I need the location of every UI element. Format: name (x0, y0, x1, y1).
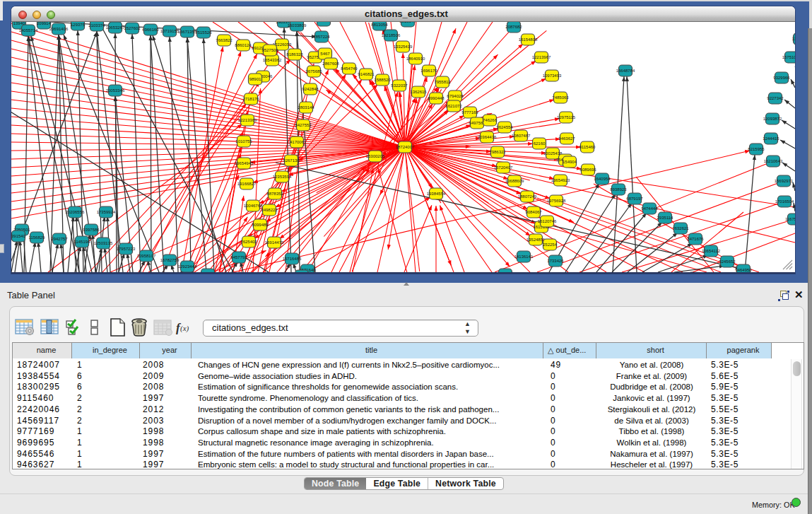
svg-text:6089695: 6089695 (579, 168, 596, 172)
svg-text:98901: 98901 (249, 77, 261, 81)
svg-text:10807487: 10807487 (512, 134, 531, 138)
svg-text:16154808: 16154808 (519, 37, 538, 42)
svg-text:13325419: 13325419 (394, 45, 413, 49)
svg-text:9115460: 9115460 (579, 145, 596, 149)
svg-text:8938923: 8938923 (610, 187, 627, 192)
svg-text:16782759: 16782759 (160, 258, 180, 262)
svg-text:8860124: 8860124 (235, 43, 252, 47)
svg-text:252254: 252254 (543, 243, 558, 247)
svg-text:13524851: 13524851 (526, 238, 546, 242)
svg-text:9227342: 9227342 (767, 96, 784, 100)
svg-text:12213369: 12213369 (238, 118, 257, 122)
svg-text:16210643: 16210643 (764, 159, 783, 163)
svg-text:154904: 154904 (563, 160, 577, 164)
svg-text:5467: 5467 (320, 52, 330, 56)
svg-text:1244415: 1244415 (763, 136, 779, 141)
svg-text:16033809: 16033809 (288, 23, 307, 28)
svg-text:16671355: 16671355 (178, 30, 197, 34)
svg-text:2867608: 2867608 (322, 62, 339, 66)
svg-text:9245652: 9245652 (719, 259, 736, 264)
svg-text:391540: 391540 (11, 234, 26, 238)
svg-text:20691406: 20691406 (49, 27, 69, 31)
svg-text:19218506: 19218506 (382, 33, 401, 37)
svg-text:5322037: 5322037 (391, 83, 408, 88)
svg-text:9777169: 9777169 (461, 110, 478, 115)
svg-text:14055714: 14055714 (19, 28, 38, 33)
svg-text:8427552: 8427552 (295, 123, 312, 127)
svg-text:2935114: 2935114 (657, 216, 674, 220)
svg-text:19654945: 19654945 (235, 161, 254, 165)
svg-text:17957223: 17957223 (117, 247, 136, 251)
svg-text:2718176: 2718176 (242, 97, 259, 101)
svg-text:9527506: 9527506 (261, 48, 278, 52)
svg-text:15716485: 15716485 (283, 257, 302, 261)
svg-text:3267130: 3267130 (283, 158, 300, 163)
svg-text:8990448: 8990448 (428, 96, 445, 100)
svg-text:20206556: 20206556 (66, 210, 85, 214)
svg-text:6966160: 6966160 (142, 28, 159, 32)
svg-text:9463627: 9463627 (558, 136, 575, 141)
svg-text:15720407: 15720407 (494, 165, 513, 170)
svg-text:1696170: 1696170 (420, 69, 437, 73)
svg-text:7625402: 7625402 (240, 240, 257, 244)
svg-text:8813044: 8813044 (399, 22, 416, 23)
svg-text:2803144: 2803144 (298, 105, 314, 110)
svg-text:7515526: 7515526 (195, 30, 212, 35)
svg-text:19756928: 19756928 (547, 199, 566, 203)
svg-text:7955812: 7955812 (434, 80, 451, 84)
svg-text:2942757: 2942757 (51, 237, 68, 241)
svg-text:417006: 417006 (290, 140, 305, 144)
svg-text:12213967: 12213967 (532, 55, 551, 59)
svg-text:16914479: 16914479 (265, 240, 284, 245)
svg-text:10046768: 10046768 (244, 204, 263, 208)
svg-text:3675685: 3675685 (305, 69, 322, 74)
svg-text:8454749: 8454749 (341, 66, 358, 71)
svg-text:746266: 746266 (483, 118, 498, 122)
svg-text:10719155: 10719155 (160, 29, 180, 33)
svg-text:10688609: 10688609 (505, 179, 524, 183)
svg-text:8878352: 8878352 (266, 192, 283, 196)
svg-text:15692971: 15692971 (775, 179, 794, 183)
svg-text:7663822: 7663822 (216, 38, 233, 42)
svg-text:1010755: 1010755 (235, 139, 252, 144)
svg-text:3624554: 3624554 (496, 125, 513, 129)
svg-text:7485063: 7485063 (552, 95, 569, 100)
svg-text:1621072: 1621072 (445, 104, 462, 108)
svg-text:17359924: 17359924 (97, 210, 116, 214)
svg-text:15300205: 15300205 (366, 154, 385, 158)
svg-text:12503135: 12503135 (94, 241, 113, 245)
svg-text:8186328: 8186328 (286, 52, 303, 57)
svg-text:11675338: 11675338 (785, 217, 795, 221)
svg-text:9474444: 9474444 (641, 206, 658, 211)
svg-text:18807249: 18807249 (518, 194, 537, 199)
svg-text:12353594: 12353594 (273, 175, 292, 179)
svg-text:2087682: 2087682 (505, 25, 522, 29)
svg-text:15751074: 15751074 (782, 55, 795, 59)
svg-text:16120746: 16120746 (538, 219, 557, 223)
svg-text:14136141: 14136141 (514, 255, 534, 259)
svg-text:12923448: 12923448 (178, 264, 197, 269)
svg-text:13654923: 13654923 (551, 178, 570, 182)
svg-text:3498222: 3498222 (261, 208, 278, 212)
svg-text:2103374: 2103374 (88, 23, 105, 28)
svg-text:20364436: 20364436 (478, 135, 497, 139)
svg-text:1112074: 1112074 (792, 37, 795, 41)
svg-text:10653267: 10653267 (106, 25, 125, 30)
svg-text:20053346: 20053346 (106, 88, 125, 93)
svg-text:17016504: 17016504 (775, 199, 794, 204)
svg-text:1362615: 1362615 (410, 90, 427, 94)
svg-text:12975115: 12975115 (557, 115, 576, 119)
svg-text:(x): (x) (180, 324, 189, 333)
svg-text:10973493: 10973493 (543, 74, 562, 78)
svg-text:129375: 129375 (71, 23, 86, 27)
svg-text:6879197: 6879197 (626, 197, 643, 201)
svg-text:1640954: 1640954 (594, 177, 611, 181)
svg-text:19384554: 19384554 (427, 192, 446, 196)
svg-text:12093872: 12093872 (763, 117, 782, 121)
svg-text:8471676: 8471676 (687, 237, 704, 241)
svg-text:2064917: 2064917 (315, 22, 332, 23)
svg-text:209914: 209914 (37, 22, 52, 25)
svg-text:1145194: 1145194 (74, 240, 91, 244)
svg-text:9242848: 9242848 (302, 87, 319, 91)
svg-text:10958107: 10958107 (137, 254, 156, 258)
